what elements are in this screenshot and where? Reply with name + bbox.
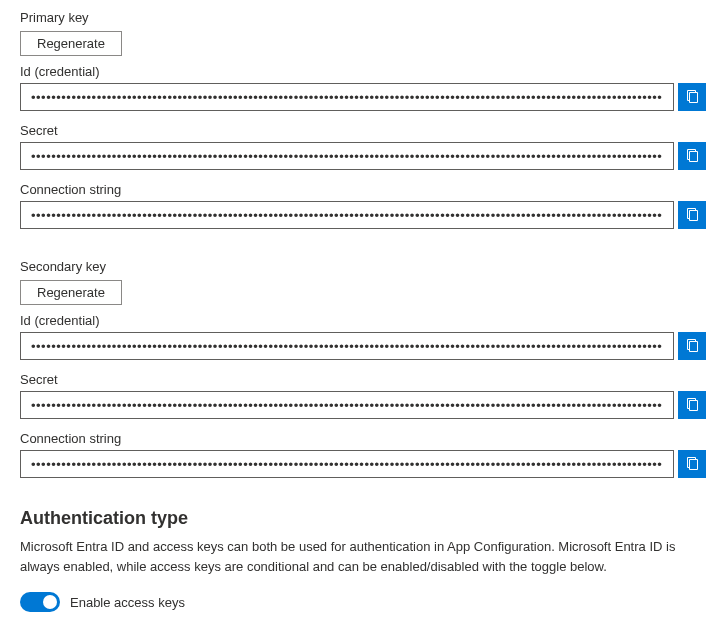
primary-regenerate-button[interactable]: Regenerate	[20, 31, 122, 56]
primary-secret-input[interactable]	[20, 142, 674, 170]
secondary-key-title: Secondary key	[20, 259, 706, 274]
secondary-key-section: Secondary key Regenerate Id (credential)…	[20, 259, 706, 478]
primary-id-input[interactable]	[20, 83, 674, 111]
primary-connection-input[interactable]	[20, 201, 674, 229]
secondary-id-label: Id (credential)	[20, 313, 706, 328]
secondary-secret-input[interactable]	[20, 391, 674, 419]
authentication-heading: Authentication type	[20, 508, 706, 529]
secondary-id-row	[20, 332, 706, 360]
enable-access-keys-row: Enable access keys	[20, 592, 706, 612]
primary-connection-label: Connection string	[20, 182, 706, 197]
primary-id-copy-button[interactable]	[678, 83, 706, 111]
secondary-connection-row	[20, 450, 706, 478]
primary-secret-row	[20, 142, 706, 170]
primary-id-label: Id (credential)	[20, 64, 706, 79]
copy-icon	[684, 455, 700, 474]
secondary-secret-label: Secret	[20, 372, 706, 387]
secondary-id-input[interactable]	[20, 332, 674, 360]
secondary-connection-label: Connection string	[20, 431, 706, 446]
enable-access-keys-toggle[interactable]	[20, 592, 60, 612]
secondary-connection-input[interactable]	[20, 450, 674, 478]
enable-access-keys-label: Enable access keys	[70, 595, 185, 610]
toggle-knob	[43, 595, 57, 609]
primary-secret-label: Secret	[20, 123, 706, 138]
copy-icon	[684, 337, 700, 356]
secondary-connection-copy-button[interactable]	[678, 450, 706, 478]
copy-icon	[684, 396, 700, 415]
copy-icon	[684, 147, 700, 166]
primary-secret-copy-button[interactable]	[678, 142, 706, 170]
primary-key-section: Primary key Regenerate Id (credential) S…	[20, 10, 706, 229]
primary-key-title: Primary key	[20, 10, 706, 25]
copy-icon	[684, 88, 700, 107]
primary-id-row	[20, 83, 706, 111]
secondary-secret-row	[20, 391, 706, 419]
secondary-regenerate-button[interactable]: Regenerate	[20, 280, 122, 305]
copy-icon	[684, 206, 700, 225]
secondary-secret-copy-button[interactable]	[678, 391, 706, 419]
secondary-id-copy-button[interactable]	[678, 332, 706, 360]
authentication-description: Microsoft Entra ID and access keys can b…	[20, 537, 706, 576]
primary-connection-row	[20, 201, 706, 229]
authentication-section: Authentication type Microsoft Entra ID a…	[20, 508, 706, 612]
primary-connection-copy-button[interactable]	[678, 201, 706, 229]
